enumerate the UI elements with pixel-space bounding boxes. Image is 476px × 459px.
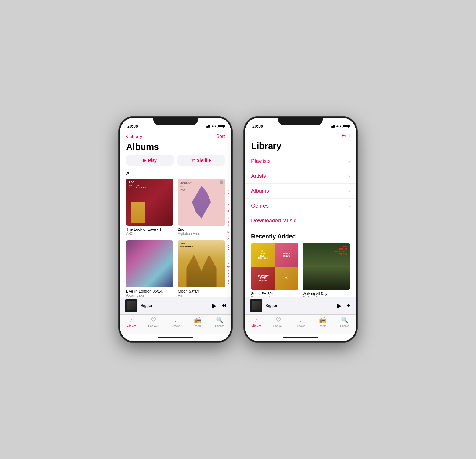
alphabet-letter[interactable]: R (227, 248, 230, 252)
network-label: 4G (336, 124, 341, 128)
notch (153, 117, 198, 125)
alphabet-letter[interactable]: I (227, 217, 230, 220)
alphabet-letter[interactable]: H (227, 213, 230, 217)
tab-search[interactable]: 🔍 Search (334, 316, 356, 328)
tab-library[interactable]: ♪ Library (120, 316, 142, 328)
now-playing-controls: ▶ ⏭ (337, 302, 351, 309)
alphabet-letter[interactable]: Y (227, 272, 230, 276)
recent-album-walking[interactable]: THEEND OFTHE F***INGWORLD Walking All Da… (303, 243, 350, 297)
play-button[interactable]: ▶ Play (126, 155, 174, 166)
browse-icon: ♩ (299, 316, 302, 323)
tab-library-label: Library (127, 324, 136, 327)
library-icon: ♪ (130, 316, 133, 323)
alphabet-letter[interactable]: P (227, 241, 230, 245)
recent-title: Walking All Day (303, 292, 350, 296)
album-grid-wrapper: ABCDEFGHIJKLMNOPQRSTUVWXYZ#? ABCLook of … (120, 179, 231, 297)
album-art-agitation: agitationfree2nd (178, 179, 225, 226)
album-item[interactable]: Live In London 05/14... Aidan Baker (126, 240, 173, 297)
album-item[interactable]: AIR MOON SAFARI Moon Safari Air (178, 240, 225, 297)
recent-title: Soma FM 80s (251, 292, 298, 296)
recent-album-soma[interactable]: 100HITSBESTEIGHTIES SIMPLEMINDS GREATEST… (251, 243, 298, 297)
chevron-right-icon: › (348, 218, 350, 224)
alphabet-letter[interactable]: X (227, 269, 230, 273)
alphabet-letter[interactable]: D (227, 199, 230, 203)
now-playing-play-button[interactable]: ▶ (212, 302, 217, 309)
tab-radio[interactable]: 📻 Radio (187, 316, 209, 328)
now-playing-play-button[interactable]: ▶ (337, 302, 342, 309)
album-item[interactable]: agitationfree2nd 2nd Agitation Free (178, 179, 225, 236)
album-title: Live In London 05/14... (126, 289, 173, 293)
back-button[interactable]: ‹ Library (126, 133, 142, 139)
back-label: Library (129, 134, 142, 139)
now-playing-controls: ▶ ⏭ (212, 302, 226, 309)
network-label: 4G (212, 124, 216, 128)
alphabet-letter[interactable]: N (227, 234, 230, 238)
tab-search-label: Search (340, 324, 350, 328)
alphabet-letter[interactable]: J (227, 220, 230, 224)
tab-browse[interactable]: ♩ Browse (165, 316, 187, 328)
now-playing-bar[interactable]: Bigger ▶ ⏭ (120, 297, 231, 314)
now-playing-title: Bigger (265, 303, 334, 308)
soma-q1-text: 100HITSBESTEIGHTIES (258, 250, 268, 259)
tab-search[interactable]: 🔍 Search (209, 316, 231, 328)
alphabet-letter[interactable]: W (227, 265, 230, 269)
alphabet-letter[interactable]: U (227, 259, 230, 262)
alphabet-letter[interactable]: T (227, 255, 230, 259)
tab-library[interactable]: ♪ Library (245, 316, 267, 328)
alphabet-letter[interactable]: ? (227, 283, 230, 286)
alphabet-letter[interactable]: L (227, 227, 230, 231)
alphabet-letter[interactable]: C (227, 196, 230, 199)
left-phone: 20:08 4G ‹ Library Sort (119, 117, 232, 342)
shuffle-icon: ⇄ (191, 158, 195, 163)
alphabet-letter[interactable]: S (227, 251, 230, 255)
library-list: Playlists › Artists › Albums › Genres › … (245, 154, 356, 297)
now-playing-bar[interactable]: Bigger ▶ ⏭ (245, 297, 356, 314)
album-artist: ABC (126, 232, 173, 236)
alphabet-letter[interactable]: E (227, 203, 230, 207)
right-phone: 20:08 4G Edit Library (244, 117, 357, 342)
chevron-left-icon: ‹ (126, 133, 128, 139)
library-item-artists[interactable]: Artists › (245, 169, 356, 184)
alphabet-nav[interactable]: ABCDEFGHIJKLMNOPQRSTUVWXYZ#? (227, 179, 230, 297)
chevron-right-icon: › (348, 174, 350, 179)
alphabet-letter[interactable]: M (227, 231, 230, 234)
home-bar (283, 337, 318, 338)
library-item-downloaded[interactable]: Downloaded Music › (245, 213, 356, 228)
alphabet-letter[interactable]: # (227, 279, 230, 283)
alphabet-letter[interactable]: F (227, 206, 230, 210)
album-title: 2nd (178, 227, 225, 232)
alphabet-letter[interactable]: V (227, 262, 230, 265)
album-grid: ABCLook of LoveThe Very Best of ABC The … (120, 179, 231, 297)
album-item[interactable]: ABCLook of LoveThe Very Best of ABC The … (126, 179, 173, 236)
chevron-right-icon: › (348, 159, 350, 164)
tab-radio[interactable]: 📻 Radio (311, 316, 333, 328)
alphabet-letter[interactable]: Z (227, 276, 230, 279)
tab-browse[interactable]: ♩ Browse (289, 316, 311, 328)
library-item-playlists[interactable]: Playlists › (245, 154, 356, 169)
alphabet-letter[interactable]: O (227, 238, 230, 241)
alphabet-letter[interactable]: A (227, 189, 230, 193)
now-playing-art (125, 299, 137, 312)
edit-button[interactable]: Edit (342, 133, 350, 139)
library-item-genres[interactable]: Genres › (245, 199, 356, 213)
recent-albums: 100HITSBESTEIGHTIES SIMPLEMINDS GREATEST… (245, 243, 356, 297)
tab-for-you[interactable]: ♡ Fot You (267, 316, 289, 328)
alphabet-letter[interactable]: G (227, 210, 230, 213)
now-playing-skip-button[interactable]: ⏭ (221, 303, 226, 308)
shuffle-button[interactable]: ⇄ Shuffle (177, 155, 225, 166)
chevron-right-icon: › (348, 203, 350, 209)
now-playing-skip-button[interactable]: ⏭ (346, 303, 351, 308)
tab-bar: ♪ Library ♡ Fot You ♩ Browse 📻 Radio 🔍 S… (245, 314, 356, 334)
tab-browse-label: Browse (295, 324, 305, 328)
play-icon: ▶ (143, 158, 146, 163)
now-playing-title: Bigger (140, 303, 209, 308)
alphabet-letter[interactable]: K (227, 224, 230, 227)
tab-for-you[interactable]: ♡ For Yau (142, 316, 164, 328)
status-time: 20:08 (127, 124, 138, 128)
battery-icon (342, 125, 349, 128)
alphabet-letter[interactable]: B (227, 193, 230, 196)
alphabet-letter[interactable]: Q (227, 245, 230, 248)
library-item-albums[interactable]: Albums › (245, 184, 356, 199)
library-item-label: Playlists (251, 158, 271, 164)
sort-button[interactable]: Sort (216, 134, 225, 139)
